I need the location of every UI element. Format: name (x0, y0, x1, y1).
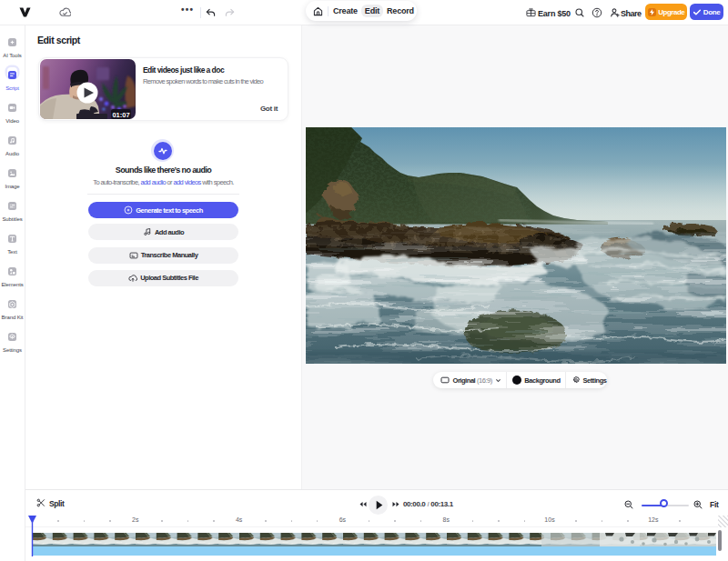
svg-text:01:07: 01:07 (112, 111, 129, 119)
